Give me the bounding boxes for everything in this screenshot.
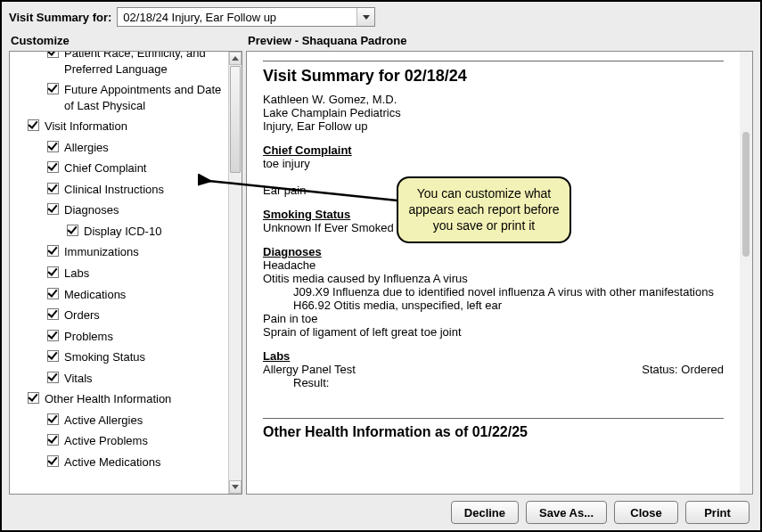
section-labs-head: Labs [263, 349, 724, 363]
preview-scrollbar[interactable] [740, 52, 752, 494]
customize-item[interactable]: Smoking Status [12, 347, 226, 368]
customize-item-label: Labs [64, 266, 89, 282]
customize-item[interactable]: Future Appointments and Date of Last Phy… [12, 79, 226, 116]
customize-item[interactable]: Other Health Information [12, 389, 226, 410]
visit-dropdown[interactable]: 02/18/24 Injury, Ear Follow up [117, 7, 375, 27]
checkbox[interactable] [47, 308, 59, 320]
visit-summary-dialog: Visit Summary for: 02/18/24 Injury, Ear … [0, 0, 762, 532]
customize-item-label: Future Appointments and Date of Last Phy… [64, 82, 226, 113]
checkbox[interactable] [28, 392, 39, 404]
customize-item-label: Immunizations [64, 244, 139, 260]
labs-status: Status: Ordered [642, 363, 724, 376]
preview-column: Preview - Shaquana Padrone Visit Summary… [246, 32, 753, 495]
checkbox[interactable] [47, 51, 59, 58]
close-button[interactable]: Close [614, 501, 678, 524]
scrollbar-thumb[interactable] [230, 66, 241, 173]
customize-item-label: Smoking Status [64, 349, 145, 365]
print-button[interactable]: Print [685, 501, 750, 524]
customize-item[interactable]: Labs [12, 263, 226, 284]
customize-item-label: Active Medications [64, 454, 160, 471]
visit-dropdown-value: 02/18/24 Injury, Ear Follow up [123, 11, 355, 24]
customize-item[interactable]: Chief Complaint [12, 158, 226, 179]
preview-provider: Kathleen W. Gomez, M.D. [263, 93, 724, 106]
labs-result-label: Result: [263, 376, 724, 389]
customize-item[interactable]: Immunizations [12, 241, 226, 263]
customize-item[interactable]: Vitals [12, 368, 226, 389]
preview-heading: Preview - Shaquana Padrone [246, 32, 753, 51]
customize-item-label: Problems [64, 329, 113, 345]
checkbox[interactable] [47, 455, 59, 467]
customize-item-label: Vitals [64, 371, 93, 387]
customize-item-label: Display ICD-10 [84, 224, 161, 240]
checkbox[interactable] [47, 434, 59, 446]
customize-item[interactable]: Visit Information [12, 116, 226, 137]
customize-item-label: Allergies [64, 140, 109, 156]
save-as-button[interactable]: Save As... [526, 501, 607, 524]
header-row: Visit Summary for: 02/18/24 Injury, Ear … [9, 7, 753, 27]
diagnosis-line: H66.92 Otitis media, unspecified, left e… [263, 299, 724, 312]
labs-row: Allergy Panel Test Status: Ordered [263, 363, 724, 376]
section-diagnoses-head: Diagnoses [263, 245, 724, 258]
checkbox[interactable] [47, 288, 59, 299]
customize-heading: Customize [9, 32, 242, 51]
chevron-up-icon [232, 56, 239, 61]
customize-item-label: Active Problems [64, 433, 148, 449]
customize-item[interactable]: Clinical Instructions [12, 179, 226, 201]
customize-item-label: Diagnoses [64, 202, 119, 218]
chief-complaint-line: toe injury [263, 157, 724, 170]
checkbox[interactable] [47, 245, 59, 257]
decline-button[interactable]: Decline [451, 501, 519, 524]
checkbox[interactable] [47, 203, 59, 215]
checkbox[interactable] [67, 225, 78, 236]
scrollbar-thumb[interactable] [742, 132, 750, 257]
divider [263, 61, 724, 61]
customize-item-label: Medications [64, 287, 126, 303]
button-bar: Decline Save As... Close Print [9, 495, 753, 530]
preview-title: Visit Summary for 02/18/24 [263, 67, 724, 86]
customize-item[interactable]: Orders [12, 305, 226, 326]
customize-item[interactable]: Active Allergies [12, 410, 226, 431]
customize-tree[interactable]: Patient Race, Ethnicity, and Preferred L… [10, 51, 228, 494]
preview-visit-type: Injury, Ear Follow up [263, 119, 724, 133]
checkbox[interactable] [47, 372, 59, 383]
customize-item[interactable]: Allergies [12, 137, 226, 159]
customize-item-label: Active Allergies [64, 413, 143, 429]
preview-practice: Lake Champlain Pediatrics [263, 106, 724, 119]
checkbox[interactable] [47, 141, 59, 152]
diagnosis-line: J09.X9 Influenza due to identified novel… [263, 285, 724, 299]
checkbox[interactable] [47, 83, 59, 94]
section-chief-complaint-head: Chief Complaint [263, 143, 724, 157]
customize-item[interactable]: Display ICD-10 [12, 221, 226, 242]
customize-item[interactable]: Problems [12, 326, 226, 348]
diagnosis-line: Headache [263, 258, 724, 272]
scroll-up-button[interactable] [229, 52, 242, 65]
checkbox[interactable] [47, 350, 59, 362]
checkbox[interactable] [47, 330, 59, 341]
customize-item[interactable]: Active Problems [12, 430, 226, 452]
preview-content: Visit Summary for 02/18/24 Kathleen W. G… [247, 52, 740, 494]
chevron-down-icon [363, 15, 370, 20]
diagnosis-line: Pain in toe [263, 312, 724, 325]
checkbox[interactable] [47, 183, 59, 194]
checkbox[interactable] [47, 413, 59, 425]
customize-list-box: Patient Race, Ethnicity, and Preferred L… [9, 51, 242, 495]
preview-pane: Visit Summary for 02/18/24 Kathleen W. G… [246, 51, 753, 495]
other-health-heading: Other Health Information as of 01/22/25 [263, 424, 724, 440]
checkbox[interactable] [47, 266, 59, 278]
main-columns: Customize Patient Race, Ethnicity, and P… [9, 32, 753, 495]
customize-item[interactable]: Patient Race, Ethnicity, and Preferred L… [12, 51, 226, 79]
customize-item-label: Visit Information [45, 119, 127, 135]
divider [263, 418, 724, 419]
customize-item[interactable]: Active Medications [12, 452, 226, 473]
chevron-down-icon [232, 485, 239, 489]
checkbox[interactable] [28, 119, 39, 131]
visit-dropdown-button[interactable] [356, 8, 374, 26]
customize-item-label: Other Health Information [45, 391, 171, 407]
customize-scrollbar[interactable] [228, 52, 242, 494]
scroll-down-button[interactable] [229, 480, 242, 494]
checkbox[interactable] [47, 161, 59, 173]
customize-item[interactable]: Diagnoses [12, 200, 226, 221]
customize-item[interactable]: Medications [12, 284, 226, 306]
diagnosis-line: Otitis media caused by Influenza A virus [263, 272, 724, 285]
visit-summary-for-label: Visit Summary for: [9, 11, 111, 24]
